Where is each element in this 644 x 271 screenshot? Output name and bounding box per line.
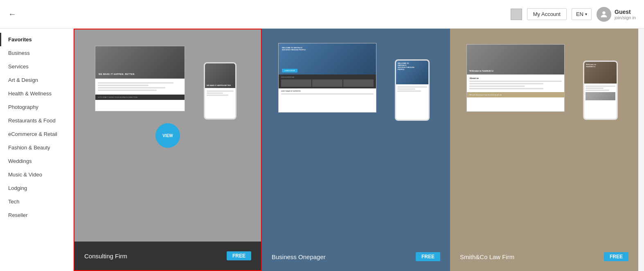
sidebar-item-restaurants-food[interactable]: Restaurants & Food (0, 114, 73, 127)
sidebar-item-photography[interactable]: Photography (0, 100, 73, 114)
color-swatch[interactable] (511, 9, 522, 20)
user-info: Guest join/sign in (615, 9, 636, 20)
avatar (597, 7, 611, 22)
free-badge-consulting: FREE (227, 251, 251, 260)
template-card-smith-co[interactable]: Welcome to Smith&Co About us We care abo… (450, 29, 638, 271)
desktop-mockup-business: WELCOME TO SMITH&COSUCCESS THROUGH PEOPL… (278, 43, 376, 113)
desktop-mockup-smith: Welcome to Smith&Co About us We care abo… (466, 44, 565, 112)
sidebar-item-favorites[interactable]: Favorites (0, 33, 73, 46)
user-name: Guest (615, 9, 636, 15)
header-left: ← (8, 9, 16, 19)
card-preview-smith: Welcome to Smith&Co About us We care abo… (450, 29, 638, 242)
free-badge-smith: FREE (604, 252, 628, 261)
sidebar-item-music-video[interactable]: Music & Video (0, 168, 73, 181)
sidebar: Favorites Business Services Art & Design… (0, 29, 74, 271)
card-footer-business: Business Onepager FREE (262, 242, 450, 271)
card-footer-consulting: Consulting Firm FREE (74, 242, 261, 270)
card-preview-business: WELCOME TO SMITH&COSUCCESS THROUGH PEOPL… (262, 29, 450, 242)
my-account-button[interactable]: My Account (527, 8, 567, 20)
user-area: Guest join/sign in (597, 7, 636, 22)
card-title-smith: Smith&Co Law Firm (460, 253, 514, 260)
sidebar-item-business[interactable]: Business (0, 46, 73, 60)
header: ← My Account EN Guest join/sign in (0, 0, 644, 29)
svg-point-0 (602, 11, 605, 14)
mobile-mockup-business: WELCOME TOSMITH&COSUCCESS THROUGHPEOPLE. (395, 59, 430, 121)
sidebar-item-art-design[interactable]: Art & Design (0, 73, 73, 87)
mobile-mockup: WE MAKE IT HAPPEN BETTER. (204, 62, 236, 120)
card-footer-smith: Smith&Co Law Firm FREE (450, 242, 638, 271)
view-button[interactable]: VIEW (155, 123, 180, 148)
language-selector[interactable]: EN (572, 8, 592, 20)
sidebar-item-ecommerce-retail[interactable]: eCommerce & Retail (0, 127, 73, 141)
content-area: WE MAKE IT HAPPEN. BETTER. LET'S START G… (74, 29, 644, 271)
card-title-consulting: Consulting Firm (84, 253, 127, 260)
back-button[interactable]: ← (8, 9, 16, 19)
sidebar-item-weddings[interactable]: Weddings (0, 154, 73, 168)
sidebar-item-lodging[interactable]: Lodging (0, 181, 73, 195)
sidebar-item-tech[interactable]: Tech (0, 195, 73, 208)
desktop-mockup: WE MAKE IT HAPPEN. BETTER. LET'S START G… (95, 46, 185, 111)
template-card-business-onepager[interactable]: WELCOME TO SMITH&COSUCCESS THROUGH PEOPL… (262, 29, 450, 271)
sidebar-item-reseller[interactable]: Reseller (0, 208, 73, 222)
mobile-mockup-smith: Welcome toSmith&Co (583, 61, 618, 120)
sidebar-item-services[interactable]: Services (0, 60, 73, 73)
header-right: My Account EN Guest join/sign in (511, 7, 636, 22)
cards-container: WE MAKE IT HAPPEN. BETTER. LET'S START G… (74, 29, 638, 271)
user-signin[interactable]: join/sign in (615, 15, 636, 20)
card-preview-consulting: WE MAKE IT HAPPEN. BETTER. LET'S START G… (74, 29, 261, 242)
card-title-business: Business Onepager (272, 253, 326, 260)
free-badge-business: FREE (416, 252, 440, 261)
main-area: Favorites Business Services Art & Design… (0, 29, 644, 271)
template-card-consulting-firm[interactable]: WE MAKE IT HAPPEN. BETTER. LET'S START G… (74, 29, 262, 271)
sidebar-item-fashion-beauty[interactable]: Fashion & Beauty (0, 141, 73, 154)
sidebar-item-health-wellness[interactable]: Health & Wellness (0, 87, 73, 100)
